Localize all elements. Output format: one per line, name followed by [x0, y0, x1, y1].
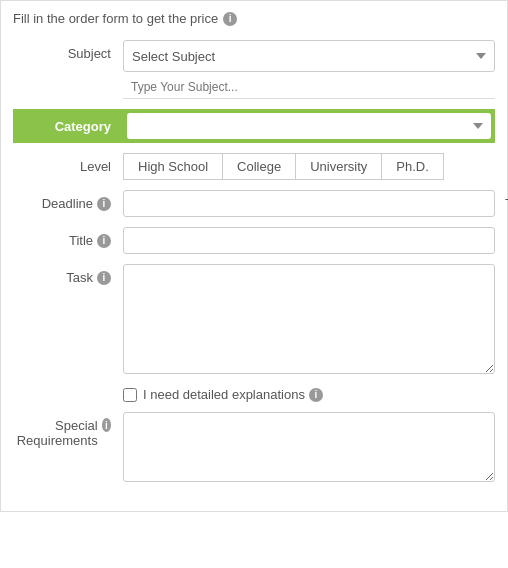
special-requirements-label: Special Requirements i: [13, 412, 123, 448]
deadline-info-icon[interactable]: i: [97, 197, 111, 211]
detailed-explanations-checkbox[interactable]: [123, 388, 137, 402]
page-title: Fill in the order form to get the price …: [13, 11, 495, 26]
level-label: Level: [13, 153, 123, 174]
title-input[interactable]: [123, 227, 495, 254]
task-row: Task i: [13, 264, 495, 377]
level-row: Level High School College University Ph.…: [13, 153, 495, 180]
deadline-control: Timezone: +02:00: [123, 190, 495, 217]
deadline-row: Deadline i Timezone: +02:00: [13, 190, 495, 217]
title-field-info-icon[interactable]: i: [97, 234, 111, 248]
detailed-explanations-row: I need detailed explanations i: [13, 387, 495, 402]
title-control: [123, 227, 495, 254]
subject-type-wrapper: [123, 76, 495, 99]
subject-row: Subject Select Subject: [13, 40, 495, 99]
task-label: Task i: [13, 264, 123, 285]
subject-label: Subject: [13, 40, 123, 61]
order-form: Fill in the order form to get the price …: [0, 0, 508, 512]
title-row: Title i: [13, 227, 495, 254]
level-college[interactable]: College: [222, 153, 295, 180]
special-requirements-control: [123, 412, 495, 485]
category-label: Category: [13, 109, 123, 143]
category-row: Category: [13, 109, 495, 143]
level-university[interactable]: University: [295, 153, 381, 180]
level-buttons-group: High School College University Ph.D.: [123, 153, 495, 180]
deadline-input[interactable]: [123, 190, 495, 217]
subject-select[interactable]: Select Subject: [123, 40, 495, 72]
task-info-icon[interactable]: i: [97, 271, 111, 285]
title-info-icon[interactable]: i: [223, 12, 237, 26]
detailed-explanations-info-icon[interactable]: i: [309, 388, 323, 402]
subject-type-input[interactable]: [123, 76, 495, 99]
level-phd[interactable]: Ph.D.: [381, 153, 444, 180]
title-label: Title i: [13, 227, 123, 248]
category-select[interactable]: [127, 113, 491, 139]
task-textarea[interactable]: [123, 264, 495, 374]
deadline-label: Deadline i: [13, 190, 123, 211]
detailed-explanations-label: I need detailed explanations i: [143, 387, 323, 402]
category-select-wrapper: [123, 109, 495, 143]
special-requirements-row: Special Requirements i: [13, 412, 495, 485]
special-requirements-info-icon[interactable]: i: [102, 418, 111, 432]
subject-control: Select Subject: [123, 40, 495, 99]
task-control: [123, 264, 495, 377]
level-high-school[interactable]: High School: [123, 153, 222, 180]
special-requirements-textarea[interactable]: [123, 412, 495, 482]
